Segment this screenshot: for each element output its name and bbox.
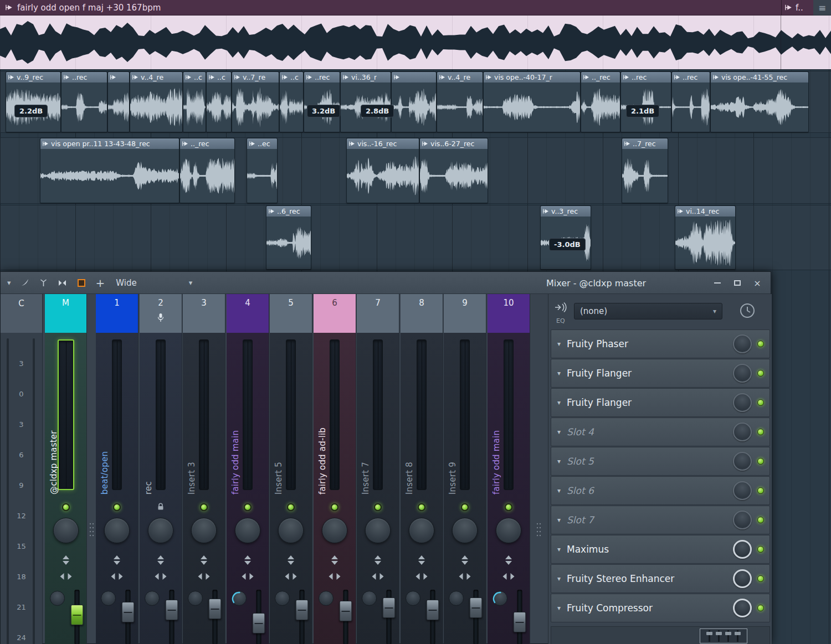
clip-header[interactable]: vis ope..-40-17_r <box>484 72 580 83</box>
chevron-down-icon[interactable]: ▾ <box>551 428 567 436</box>
stereo-knob[interactable] <box>449 591 464 606</box>
stereo-knob[interactable] <box>50 591 65 606</box>
fader-handle[interactable] <box>383 597 396 618</box>
mixer-strip-M[interactable]: M @cldxp master <box>45 294 87 644</box>
chevron-down-icon[interactable]: ▾ <box>551 399 567 406</box>
volume-fader[interactable] <box>468 589 484 644</box>
step-down-icon[interactable] <box>244 561 251 565</box>
fx-enable-led[interactable] <box>757 575 764 582</box>
step-up-icon[interactable] <box>244 555 251 559</box>
gain-badge[interactable]: 2.2dB <box>14 105 48 117</box>
fx-mix-knob[interactable] <box>733 599 752 617</box>
volume-fader[interactable] <box>164 589 179 644</box>
detach-icon[interactable] <box>21 279 29 287</box>
view-select-icon[interactable] <box>77 279 86 287</box>
clip-header[interactable]: vi..14_rec <box>675 206 735 217</box>
pan-right-icon[interactable] <box>119 573 123 580</box>
mute-led[interactable] <box>461 503 469 511</box>
audio-clip[interactable] <box>107 71 130 132</box>
clip-header[interactable]: vis ope..-41-55_rec <box>711 72 808 83</box>
pan-right-icon[interactable] <box>250 573 254 580</box>
step-up-icon[interactable] <box>201 555 207 559</box>
pan-knob[interactable] <box>322 518 347 543</box>
step-down-icon[interactable] <box>375 561 381 565</box>
clip-header[interactable]: ..rec <box>61 72 107 83</box>
audio-clip[interactable]: ..c <box>183 71 206 132</box>
pan-arrows[interactable] <box>285 573 297 580</box>
gain-badge[interactable]: 2.1dB <box>626 105 659 117</box>
chevron-down-icon[interactable]: ▾ <box>551 369 567 377</box>
fx-mix-knob[interactable] <box>733 481 752 500</box>
pan-left-icon[interactable] <box>329 573 333 580</box>
clip-header[interactable]: vis..6-27_rec <box>420 138 488 149</box>
fx-mix-knob[interactable] <box>733 569 752 588</box>
chevron-down-icon[interactable]: ▾ <box>551 604 567 612</box>
mute-led[interactable] <box>244 503 252 511</box>
clip-header[interactable]: v..3_rec <box>541 206 591 217</box>
mute-led[interactable] <box>200 503 208 511</box>
chevron-down-icon[interactable]: ▾ <box>551 457 567 465</box>
pan-knob[interactable] <box>191 518 217 543</box>
preview-slider[interactable] <box>718 630 720 642</box>
stereo-knob[interactable] <box>232 591 247 606</box>
main-clip-header[interactable]: fairly odd open f maj +30 167bpm <box>0 0 781 16</box>
mute-led[interactable] <box>505 503 512 511</box>
pan-arrows[interactable] <box>60 573 71 580</box>
strip-header[interactable]: 5 <box>270 294 312 333</box>
pan-arrows[interactable] <box>242 573 254 580</box>
pan-knob[interactable] <box>278 518 304 543</box>
step-down-icon[interactable] <box>461 561 468 565</box>
fader-handle[interactable] <box>470 597 483 618</box>
chevron-down-icon[interactable]: ▾ <box>551 545 567 553</box>
pan-arrows[interactable] <box>111 573 123 580</box>
clip-header[interactable]: ..ec <box>247 138 277 149</box>
step-down-icon[interactable] <box>63 561 69 565</box>
track-stepper[interactable] <box>157 555 164 565</box>
plugin-dropdown[interactable]: (none) ▾ <box>574 303 722 320</box>
chevron-down-icon[interactable]: ▾ <box>551 516 567 524</box>
fx-enable-led[interactable] <box>757 605 764 611</box>
pan-left-icon[interactable] <box>60 573 64 580</box>
stereo-knob[interactable] <box>493 591 507 606</box>
add-button[interactable]: + <box>96 277 105 288</box>
current-track-header[interactable]: C <box>1 294 43 333</box>
step-up-icon[interactable] <box>505 555 512 559</box>
mixer-strip-2[interactable]: 2 rec <box>140 294 182 644</box>
pan-left-icon[interactable] <box>155 573 159 580</box>
fx-enable-led[interactable] <box>757 370 764 377</box>
audio-clip[interactable]: vis..6-27_rec <box>419 138 488 203</box>
track-stepper[interactable] <box>418 555 425 565</box>
step-up-icon[interactable] <box>375 555 381 559</box>
clip-header[interactable]: v..4_re <box>437 72 483 83</box>
clip-header[interactable]: ..c <box>280 72 303 83</box>
fader-handle[interactable] <box>514 612 526 632</box>
resize-handle-dots[interactable] <box>536 522 541 538</box>
strip-header[interactable]: 4 <box>227 294 269 333</box>
pan-knob[interactable] <box>496 518 521 543</box>
step-up-icon[interactable] <box>157 555 164 559</box>
main-audio-clip[interactable] <box>0 16 831 70</box>
strip-header[interactable]: 7 <box>357 294 399 333</box>
pan-right-icon[interactable] <box>467 573 471 580</box>
maximize-button[interactable] <box>727 272 747 294</box>
volume-fader[interactable] <box>207 589 223 644</box>
volume-fader[interactable] <box>69 589 85 644</box>
fx-mix-knob[interactable] <box>733 334 752 353</box>
pan-left-icon[interactable] <box>285 573 289 580</box>
volume-fader[interactable] <box>381 589 397 644</box>
fx-enable-led[interactable] <box>757 429 764 435</box>
gain-badge[interactable]: 2.8dB <box>361 105 394 117</box>
stereo-knob[interactable] <box>319 591 334 606</box>
fader-handle[interactable] <box>166 600 178 620</box>
fx-slot[interactable]: ▾ Fruity Compressor <box>551 594 770 622</box>
chevron-down-icon[interactable]: ▾ <box>551 575 567 583</box>
fx-enable-led[interactable] <box>757 546 764 553</box>
mute-led[interactable] <box>113 503 121 511</box>
step-down-icon[interactable] <box>201 561 207 565</box>
step-up-icon[interactable] <box>461 555 468 559</box>
chevron-down-icon[interactable]: ▾ <box>551 340 567 348</box>
fx-mix-knob[interactable] <box>733 452 752 471</box>
stereo-knob[interactable] <box>275 591 290 606</box>
fx-mix-knob[interactable] <box>733 423 752 441</box>
clip-header[interactable]: ..c <box>207 72 231 83</box>
